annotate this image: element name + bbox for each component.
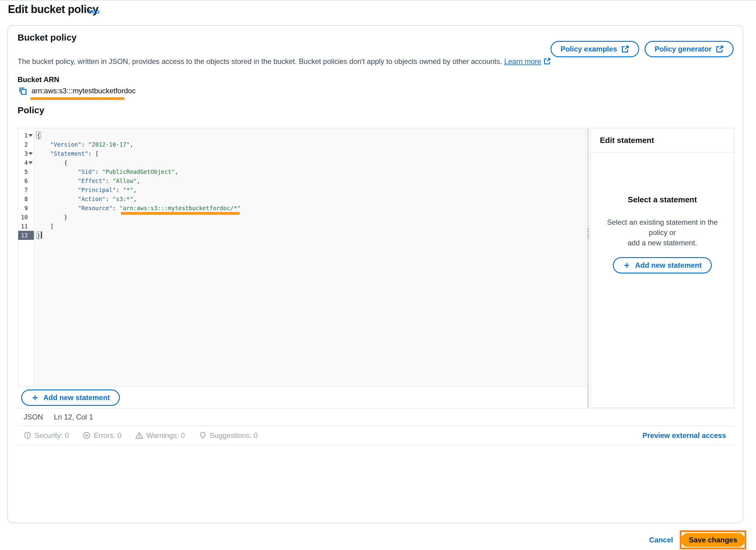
code-token: }	[36, 214, 67, 220]
save-changes-button[interactable]: Save changes	[681, 533, 745, 547]
code-line-11[interactable]: ]	[35, 222, 585, 231]
copy-arn-button[interactable]	[18, 86, 27, 95]
arn-underline-annotation	[30, 97, 125, 100]
gutter-line-4[interactable]: 4	[18, 158, 34, 167]
gutter-line-12[interactable]: 12	[18, 231, 34, 240]
card-header-actions: Policy examples Policy generator	[551, 41, 734, 57]
gutter-line-2[interactable]: 2	[18, 140, 34, 149]
empty-state-title: Select a statement	[628, 195, 697, 204]
page-title: Edit bucket policy	[8, 3, 98, 16]
bucket-arn-label: Bucket ARN	[18, 75, 59, 84]
code-line-4[interactable]: {	[35, 158, 585, 167]
editor-code-content[interactable]: { "Version": "2012-10-17", "Statement": …	[35, 128, 585, 386]
code-line-8[interactable]: "Action": "s3:*",	[35, 194, 585, 203]
security-count[interactable]: Security: 0	[24, 431, 69, 440]
code-line-9[interactable]: "Resource": "arn:aws:s3:::mytestbucketfo…	[35, 203, 585, 212]
code-token: ,	[133, 186, 136, 193]
add-new-statement-button-panel[interactable]: Add new statement	[613, 257, 712, 273]
policy-examples-label: Policy examples	[560, 45, 617, 53]
gutter-line-9[interactable]: 9	[18, 203, 34, 212]
code-token: "Sid"	[78, 168, 95, 175]
panel-resize-handle[interactable]	[587, 128, 590, 408]
policy-examples-button[interactable]: Policy examples	[551, 41, 639, 57]
security-count-label: Security: 0	[35, 431, 69, 440]
code-token: :	[116, 186, 123, 193]
empty-state-line1: Select an existing statement in the poli…	[607, 218, 718, 236]
code-line-6[interactable]: "Effect": "Allow",	[35, 176, 585, 185]
external-link-icon	[716, 45, 724, 53]
add-new-statement-button[interactable]: Add new statement	[21, 390, 120, 406]
resize-grip-icon	[587, 229, 589, 239]
code-token: :	[81, 141, 88, 148]
gutter-line-3[interactable]: 3	[18, 149, 34, 158]
gutter-line-7[interactable]: 7	[18, 185, 34, 194]
suggestions-count[interactable]: Suggestions: 0	[199, 431, 258, 440]
bucket-arn-row: arn:aws:s3:::mytestbucketfordoc	[18, 86, 136, 95]
external-link-icon	[544, 58, 551, 65]
code-token: "Principal"	[78, 186, 116, 193]
code-token: "s3:*"	[113, 196, 133, 202]
add-new-statement-label: Add new statement	[43, 394, 110, 402]
errors-icon	[83, 432, 90, 440]
code-token	[36, 205, 78, 211]
fold-arrow-icon[interactable]	[28, 161, 33, 164]
panel-empty-state: Select a statement Select an existing st…	[591, 153, 734, 273]
add-new-statement-label: Add new statement	[635, 261, 702, 269]
plus-icon	[623, 261, 631, 269]
gutter-line-10[interactable]: 10	[18, 212, 34, 222]
empty-state-line2: add a new statement.	[628, 239, 697, 247]
code-token: "Version"	[50, 141, 81, 148]
code-line-1[interactable]: {	[35, 131, 585, 140]
policy-generator-button[interactable]: Policy generator	[645, 41, 734, 57]
warnings-count-label: Warnings: 0	[146, 431, 185, 440]
code-token: :	[95, 168, 102, 175]
gutter-line-8[interactable]: 8	[18, 194, 34, 203]
warnings-icon	[135, 432, 143, 440]
code-token: "2012-10-17"	[88, 141, 130, 148]
preview-external-access-link[interactable]: Preview external access	[643, 431, 726, 440]
plus-icon	[31, 394, 39, 402]
gutter-line-1[interactable]: 1	[18, 131, 34, 140]
fold-arrow-icon[interactable]	[28, 134, 33, 137]
editor-checks-bar: Security: 0 Errors: 0 Warnings: 0 Sugges…	[18, 427, 735, 445]
code-token: ,	[130, 141, 133, 148]
errors-count[interactable]: Errors: 0	[83, 431, 121, 440]
gutter-line-6[interactable]: 6	[18, 176, 34, 185]
bucket-arn-value: arn:aws:s3:::mytestbucketfordoc	[31, 87, 136, 95]
code-token: "Resource"	[78, 205, 112, 211]
panel-header: Edit statement	[591, 128, 734, 153]
code-line-2[interactable]: "Version": "2012-10-17",	[35, 140, 585, 149]
gutter-line-5[interactable]: 5	[18, 167, 34, 176]
card-description: The bucket policy, written in JSON, prov…	[18, 57, 551, 66]
learn-more-link[interactable]: Learn more	[504, 57, 541, 65]
code-line-3[interactable]: "Statement": [	[35, 149, 585, 158]
cancel-button[interactable]: Cancel	[649, 536, 673, 544]
edit-statement-panel: Edit statement Select a statement Select…	[590, 128, 735, 408]
code-token: :	[106, 196, 113, 202]
editor-add-statement-row: Add new statement	[18, 387, 586, 408]
warnings-count[interactable]: Warnings: 0	[135, 431, 185, 440]
code-line-7[interactable]: "Principal": "*",	[35, 185, 585, 194]
code-line-10[interactable]: }	[35, 212, 585, 222]
gutter-line-11[interactable]: 11	[18, 222, 34, 231]
fold-arrow-icon[interactable]	[28, 152, 33, 155]
code-token: "Allow"	[113, 177, 137, 184]
editor-status-bar: JSON Ln 12, Col 1	[18, 409, 735, 426]
code-token	[36, 168, 78, 175]
code-token: : [	[88, 150, 99, 157]
empty-state-text: Select an existing statement in the poli…	[600, 217, 725, 248]
code-line-5[interactable]: "Sid": "PublicReadGetObject",	[35, 167, 585, 176]
code-line-12[interactable]: }	[35, 231, 585, 240]
code-token: :	[106, 177, 113, 184]
text-cursor	[41, 231, 42, 239]
code-token: "Action"	[78, 196, 106, 202]
code-token: ,	[133, 196, 136, 202]
info-link[interactable]: Info	[88, 8, 100, 15]
panel-title: Edit statement	[600, 136, 654, 145]
copy-icon	[18, 86, 27, 95]
code-token: "*"	[123, 186, 133, 193]
bucket-policy-card: Bucket policy Policy examples Policy gen…	[7, 25, 743, 523]
code-token: "arn:aws:s3:::mytestbucketfordoc/*"	[120, 205, 241, 211]
code-token: "PublicReadGetObject"	[102, 168, 175, 175]
code-token: ,	[175, 168, 178, 175]
